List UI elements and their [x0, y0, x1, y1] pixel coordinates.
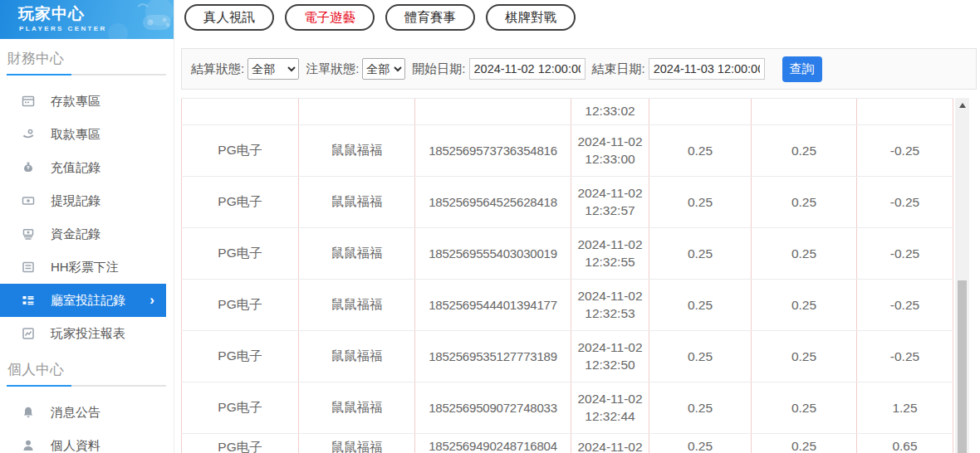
cell-bet-amount: 0.25: [649, 434, 752, 453]
funds-icon: [22, 227, 35, 241]
sidebar-item-玩家投注報表[interactable]: 玩家投注報表: [0, 317, 174, 350]
tab-棋牌對戰[interactable]: 棋牌對戰: [486, 4, 576, 31]
cell-win-loss: 0.65: [857, 434, 953, 453]
sidebar-item-提現記錄[interactable]: 提現記錄: [0, 184, 174, 217]
cell-bet-time: 2024-11-0212:33:00: [571, 125, 649, 176]
sidebar-item-label: 廳室投註記錄: [51, 293, 125, 309]
sidebar-menu: 財務中心 存款專區 取款專區 充值記錄 提現記錄 資金記錄 HH彩票下注 廳室投…: [0, 39, 174, 453]
cell-order-id: 1852569564525628418: [415, 177, 571, 227]
cell-bet-amount: 0.25: [649, 177, 752, 227]
lottery-list-icon: [22, 261, 35, 274]
cell-bet-time: 2024-11-0212:32:53: [571, 280, 649, 330]
up-arrow-icon: [959, 103, 966, 108]
sidebar-item-label: 資金記錄: [51, 226, 100, 242]
table-body: 12:33:02PG电子鼠鼠福福18525695737363548162024-…: [181, 98, 953, 453]
cell-valid-bet: 0.25: [752, 331, 857, 382]
search-button[interactable]: 查詢: [782, 56, 822, 82]
cell-game-name: 鼠鼠福福: [299, 331, 415, 382]
table-row: PG电子鼠鼠福福18525695351277731892024-11-0212:…: [181, 331, 953, 382]
app-title: 玩家中心: [18, 3, 85, 25]
start-date-input[interactable]: [469, 58, 586, 80]
filter-bar: 結算狀態: 全部 注單狀態: 全部 開始日期: 結束日期: 查詢: [181, 48, 977, 90]
table-row: 12:33:02: [181, 99, 953, 125]
cell-valid-bet: [752, 99, 857, 124]
cell-order-id: [415, 99, 571, 124]
sidebar-item-label: 充值記錄: [51, 160, 100, 176]
sidebar-section: 財務中心: [0, 39, 174, 76]
end-date-input[interactable]: [649, 58, 765, 80]
cell-order-id: 1852569490248716804: [415, 434, 571, 453]
withdraw-note-icon: [22, 194, 35, 207]
cell-order-id: 1852569555403030019: [415, 228, 571, 279]
cell-game-provider: PG电子: [181, 280, 299, 330]
cell-valid-bet: 0.25: [752, 382, 857, 433]
sidebar-item-存款專區[interactable]: 存款專區: [0, 85, 174, 118]
cell-win-loss: -0.25: [857, 280, 953, 330]
sidebar: 玩家中心 PLAYERS CENTER 財務中心 存款專區 取款專區 充值記錄 …: [0, 0, 174, 453]
sidebar-item-取款專區[interactable]: 取款專區: [0, 118, 174, 151]
scrollbar-thumb[interactable]: [958, 280, 967, 453]
sidebar-menu-group: 存款專區 取款專區 充值記錄 提現記錄 資金記錄 HH彩票下注 廳室投註記錄› …: [0, 85, 174, 350]
cell-valid-bet: 0.25: [752, 177, 857, 227]
cell-win-loss: -0.25: [857, 125, 953, 176]
sidebar-item-廳室投註記錄[interactable]: 廳室投註記錄›: [0, 284, 166, 317]
table-row: PG电子鼠鼠福福18525695090727480332024-11-0212:…: [181, 382, 953, 434]
tab-真人視訊[interactable]: 真人視訊: [184, 4, 274, 31]
order-status-select[interactable]: 全部: [362, 58, 405, 80]
settle-status-label: 結算狀態:: [191, 61, 244, 77]
section-divider: [7, 74, 166, 76]
tab-體育賽事[interactable]: 體育賽事: [385, 4, 475, 31]
report-chart-icon: [22, 327, 35, 340]
sidebar-item-消息公告[interactable]: 消息公告: [0, 396, 174, 429]
cell-bet-amount: [649, 99, 752, 124]
cell-game-provider: PG电子: [181, 331, 299, 382]
cell-order-id: 1852569573736354816: [415, 125, 571, 176]
bet-records-table: 12:33:02PG电子鼠鼠福福18525695737363548162024-…: [181, 98, 977, 453]
cell-bet-time: 2024-11-0212:32:44: [571, 382, 649, 433]
cell-bet-time: 2024-11-0212:32:50: [571, 331, 649, 382]
cell-valid-bet: 0.25: [752, 434, 857, 453]
sidebar-section: 個人中心: [0, 350, 174, 387]
section-label: 財務中心: [7, 47, 167, 74]
app-subtitle: PLAYERS CENTER: [19, 25, 107, 32]
person-icon: [22, 439, 35, 452]
chevron-right-icon: ›: [149, 292, 154, 309]
sidebar-item-label: 消息公告: [51, 405, 100, 421]
cell-bet-time: 2024-11-02: [571, 434, 649, 453]
table-row: PG电子鼠鼠福福18525695444013941772024-11-0212:…: [181, 280, 953, 331]
cell-valid-bet: 0.25: [752, 228, 857, 279]
cell-win-loss: -0.25: [857, 228, 953, 279]
cell-game-name: 鼠鼠福福: [299, 434, 415, 453]
cell-bet-time: 2024-11-0212:32:57: [571, 177, 649, 227]
cell-bet-amount: 0.25: [649, 125, 752, 176]
table-scrollbar[interactable]: [955, 98, 969, 453]
tab-電子遊藝[interactable]: 電子遊藝: [285, 4, 375, 31]
cell-game-provider: [181, 99, 299, 124]
settle-status-select[interactable]: 全部: [247, 58, 299, 80]
cell-game-name: [299, 99, 415, 124]
cell-valid-bet: 0.25: [752, 280, 857, 330]
sidebar-item-充值記錄[interactable]: 充值記錄: [0, 151, 174, 184]
section-label: 個人中心: [7, 358, 167, 385]
gamepad-decoration-icon: [95, 0, 174, 39]
tab-bar: 真人視訊電子遊藝體育賽事棋牌對戰: [184, 4, 576, 31]
cell-order-id: 1852569535127773189: [415, 331, 571, 382]
cell-game-provider: PG电子: [181, 177, 299, 227]
cell-win-loss: 1.25: [857, 382, 953, 433]
scrollbar-up-button[interactable]: [955, 98, 969, 112]
sidebar-menu-group: 消息公告 個人資料: [0, 396, 174, 453]
sidebar-item-HH彩票下注[interactable]: HH彩票下注: [0, 251, 174, 284]
sidebar-item-label: HH彩票下注: [51, 260, 119, 275]
order-status-label: 注單狀態:: [306, 61, 359, 77]
recharge-bag-icon: [22, 161, 35, 174]
section-divider: [7, 385, 166, 387]
cell-bet-time: 12:33:02: [571, 99, 649, 124]
sidebar-item-個人資料[interactable]: 個人資料: [0, 429, 174, 453]
sidebar-item-資金記錄[interactable]: 資金記錄: [0, 217, 174, 251]
cell-bet-time: 2024-11-0212:32:55: [571, 228, 649, 279]
cell-bet-amount: 0.25: [649, 331, 752, 382]
deposit-card-icon: [22, 95, 35, 108]
cell-bet-amount: 0.25: [649, 228, 752, 279]
table-row: PG电子鼠鼠福福18525695554030300192024-11-0212:…: [181, 228, 953, 280]
bell-icon: [22, 406, 35, 419]
